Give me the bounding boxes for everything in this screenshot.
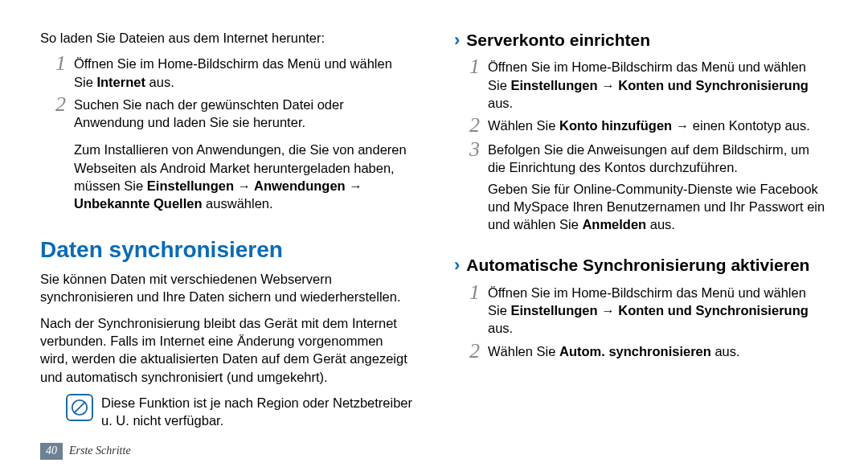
subheading-auto-sync: › Automatische Synchronisierung aktivier…: [454, 254, 828, 276]
subheading-server-account: › Serverkonto einrichten: [454, 29, 828, 51]
note-text: Diese Funktion ist je nach Region oder N…: [101, 394, 414, 430]
server-step-3: 3 Befolgen Sie die Anweisungen auf dem B…: [465, 139, 828, 177]
step-body: Öffnen Sie im Home-Bildschirm das Menü u…: [488, 56, 828, 112]
svg-line-1: [75, 402, 85, 412]
server-step-2: 2 Wählen Sie Konto hinzufügen → einen Ko…: [465, 115, 828, 136]
autosync-step-2: 2 Wählen Sie Autom. synchronisieren aus.: [465, 341, 828, 362]
unknown-sources-para: Zum Installieren von Anwendungen, die Si…: [74, 141, 414, 212]
step-number: 1: [465, 56, 480, 77]
step-number: 2: [51, 94, 66, 115]
chevron-right-icon: ›: [454, 256, 460, 274]
right-column: › Serverkonto einrichten 1 Öffnen Sie im…: [454, 29, 828, 429]
step-number: 1: [51, 53, 66, 74]
server-step-1: 1 Öffnen Sie im Home-Bildschirm das Menü…: [465, 56, 828, 112]
left-column: So laden Sie Dateien aus dem Internet he…: [40, 29, 414, 429]
step-body: Öffnen Sie im Home-Bildschirm das Menü u…: [74, 53, 414, 91]
autosync-step-1: 1 Öffnen Sie im Home-Bildschirm das Menü…: [465, 282, 828, 338]
chevron-right-icon: ›: [454, 31, 460, 49]
note-row: Diese Funktion ist je nach Region oder N…: [66, 394, 414, 430]
sync-para-2: Nach der Synchronisierung bleibt das Ger…: [40, 314, 414, 386]
download-intro: So laden Sie Dateien aus dem Internet he…: [40, 29, 414, 47]
server-after-text: Geben Sie für Online-Community-Dienste w…: [488, 180, 828, 234]
step-number: 1: [465, 282, 480, 303]
page-footer: 40 Erste Schritte: [40, 443, 131, 460]
step-body: Wählen Sie Autom. synchronisieren aus.: [488, 341, 740, 360]
step-number: 2: [465, 341, 480, 362]
step-number: 3: [465, 139, 480, 160]
page-number: 40: [40, 443, 63, 460]
note-icon: [66, 394, 93, 421]
step-body: Suchen Sie nach der gewünschten Datei od…: [74, 94, 414, 132]
section-name: Erste Schritte: [69, 444, 131, 459]
subheading-text: Automatische Synchronisierung aktivieren: [466, 254, 809, 276]
download-step-2: 2 Suchen Sie nach der gewünschten Datei …: [51, 94, 414, 132]
sync-para-1: Sie können Daten mit verschiedenen Webse…: [40, 270, 414, 306]
heading-sync-data: Daten synchronisieren: [40, 235, 414, 265]
step-body: Befolgen Sie die Anweisungen auf dem Bil…: [488, 139, 828, 177]
step-body: Öffnen Sie im Home-Bildschirm das Menü u…: [488, 282, 828, 338]
step-body: Wählen Sie Konto hinzufügen → einen Kont…: [488, 115, 810, 134]
step-number: 2: [465, 115, 480, 136]
subheading-text: Serverkonto einrichten: [466, 29, 650, 51]
download-step-1: 1 Öffnen Sie im Home-Bildschirm das Menü…: [51, 53, 414, 91]
